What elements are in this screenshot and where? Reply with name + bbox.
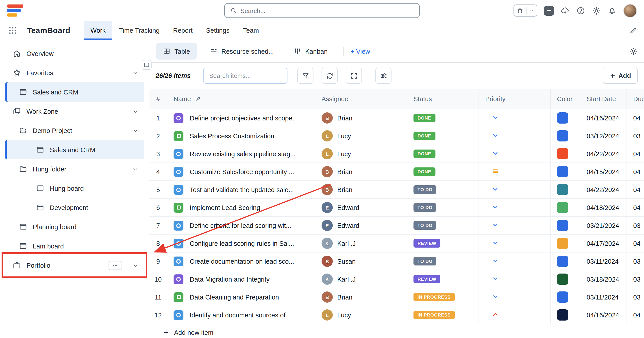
sidebar-item-favorites[interactable]: Favorites [6,63,144,82]
item-name[interactable]: Create documentation on lead sco... [190,258,294,265]
column-header-number[interactable]: # [149,89,167,109]
nav-tab-report[interactable]: Report [166,21,199,40]
add-new-item-row[interactable]: Add new item [149,324,644,338]
priority-chevdown-icon[interactable] [492,275,499,282]
nav-tab-settings[interactable]: Settings [199,21,236,40]
sidebar-item-lam-board[interactable]: Lam board [6,236,144,256]
table-settings-button[interactable] [375,68,392,84]
sidebar-item-planning-board[interactable]: Planning board [6,217,144,236]
table-row[interactable]: 1Define project objectives and scope.BBr… [149,109,644,127]
priority-menu3-icon[interactable] [492,167,499,175]
table-row[interactable]: 2Sales Process CustomizationLLucyDONE03/… [149,127,644,145]
sidebar-item-sales-and-crm[interactable]: Sales and CRM [6,82,144,102]
status-badge[interactable]: IN PROGRESS [414,293,455,301]
color-swatch[interactable] [557,166,568,177]
color-swatch[interactable] [557,130,568,142]
notifications-bell-icon[interactable] [608,6,617,15]
priority-chevdown-icon[interactable] [492,131,499,139]
status-badge[interactable]: DONE [414,132,435,140]
item-name[interactable]: Configure lead scoring rules in Sal... [190,240,294,247]
color-swatch[interactable] [557,309,568,321]
global-search[interactable] [224,3,420,18]
table-row[interactable]: 3Review existing sales pipeline stag...L… [149,145,644,163]
sidebar-item-portfolio[interactable]: Portfolio [6,256,144,275]
table-row[interactable]: 4Customize Salesforce opportunity ...BBr… [149,163,644,181]
cloud-upload-icon[interactable] [560,6,570,15]
status-badge[interactable]: DONE [414,168,435,176]
priority-chevup-icon[interactable] [492,311,499,318]
color-swatch[interactable] [557,238,568,249]
column-header-name[interactable]: Name [167,89,315,109]
add-item-button[interactable]: Add [603,68,638,84]
priority-chevdown-icon[interactable] [492,239,499,246]
column-header-due-date[interactable]: Due Date [627,89,644,109]
priority-chevdown-icon[interactable] [492,149,499,157]
status-badge[interactable]: TO DO [414,203,436,212]
edit-pencil-icon[interactable] [629,27,637,34]
item-name[interactable]: Define project objectives and scope. [190,114,294,122]
quick-add-button[interactable] [544,5,554,15]
table-row[interactable]: 7Define criteria for lead scoring wit...… [149,217,644,235]
view-tab-kanban[interactable]: Kanban [286,43,335,60]
item-name[interactable]: Data Migration and Integrity [190,276,270,283]
item-name[interactable]: Test and validate the updated sale... [190,186,294,193]
view-tab-resource-scheduling[interactable]: Resource sched... [202,43,281,60]
apps-grid-icon[interactable] [8,26,17,35]
item-name[interactable]: Customize Salesforce opportunity ... [190,168,294,175]
table-row[interactable]: 10Data Migration and IntegrityKKarl .JRE… [149,270,644,288]
item-name[interactable]: Sales Process Customization [190,132,274,140]
column-header-start-date[interactable]: Start Date [580,89,627,109]
sidebar-item-work-zone[interactable]: Work Zone [6,102,144,121]
column-header-priority[interactable]: Priority [479,89,551,109]
item-name[interactable]: Identify and document sources of ... [190,311,293,319]
status-badge[interactable]: REVIEW [414,239,440,248]
status-badge[interactable]: DONE [414,114,435,122]
priority-chevdown-icon[interactable] [492,221,499,229]
status-badge[interactable]: TO DO [414,221,436,230]
column-header-color[interactable]: Color [551,89,580,109]
status-badge[interactable]: TO DO [414,185,436,194]
global-search-input[interactable] [240,7,414,14]
user-avatar[interactable] [623,4,637,17]
view-tab-table[interactable]: Table [156,43,197,60]
color-swatch[interactable] [557,220,568,231]
priority-chevdown-icon[interactable] [492,114,499,121]
table-row[interactable]: 12Identify and document sources of ...LL… [149,306,644,324]
item-name[interactable]: Define criteria for lead scoring wit... [190,222,291,229]
status-badge[interactable]: DONE [414,150,435,158]
refresh-button[interactable] [322,68,338,84]
color-swatch[interactable] [557,202,568,213]
app-logo-icon[interactable] [7,4,25,16]
items-search-input[interactable] [203,68,288,84]
sidebar-item-development[interactable]: Development [6,198,144,217]
nav-tab-work[interactable]: Work [84,21,112,40]
color-swatch[interactable] [557,256,568,267]
settings-gear-icon[interactable] [592,6,601,15]
status-badge[interactable]: REVIEW [414,275,440,283]
sidebar-item-sales-and-crm[interactable]: Sales and CRM [6,140,144,159]
color-swatch[interactable] [557,274,568,285]
item-name[interactable]: Data Cleaning and Preparation [190,294,279,301]
favorites-split-button[interactable] [514,4,537,16]
table-row[interactable]: 11Data Cleaning and PreparationBBrianIN … [149,288,644,306]
priority-chevdown-icon[interactable] [492,203,499,211]
column-header-status[interactable]: Status [407,89,479,109]
fullscreen-button[interactable] [346,68,362,84]
more-options-button[interactable] [108,261,122,270]
color-swatch[interactable] [557,184,568,195]
sidebar-item-hung-folder[interactable]: Hung folder [6,159,144,179]
sidebar-item-hung-board[interactable]: Hung board [6,179,144,198]
column-header-assignee[interactable]: Assignee [315,89,407,109]
item-name[interactable]: Review existing sales pipeline stag... [190,150,296,157]
nav-tab-time-tracking[interactable]: Time Tracking [112,21,166,40]
collapse-sidebar-button[interactable] [142,60,152,70]
filter-button[interactable] [297,68,314,84]
color-swatch[interactable] [557,291,568,303]
priority-chevdown-icon[interactable] [492,257,499,264]
color-swatch[interactable] [557,148,568,159]
table-row[interactable]: 9Create documentation on lead sco...SSus… [149,252,644,270]
table-row[interactable]: 8Configure lead scoring rules in Sal...K… [149,235,644,252]
view-settings-gear-icon[interactable] [629,47,638,55]
item-name[interactable]: Implement Lead Scoring [190,204,260,211]
help-icon[interactable] [576,6,585,15]
